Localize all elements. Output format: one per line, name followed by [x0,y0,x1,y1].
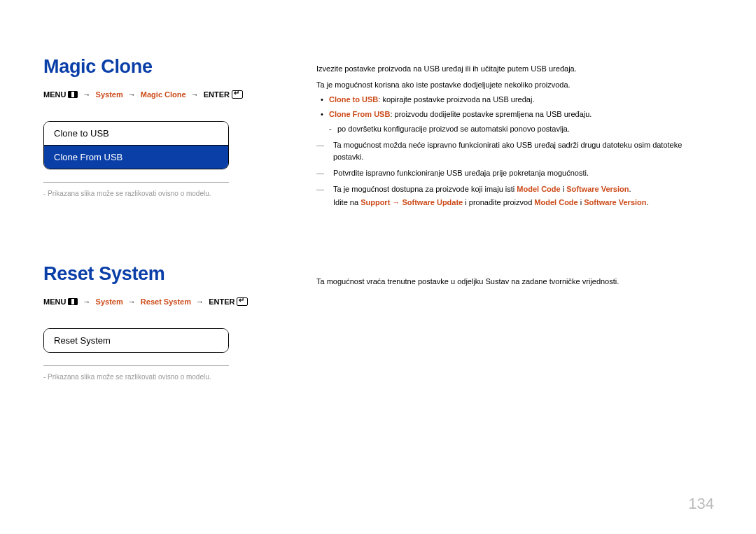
reset-menu-box: Reset System [43,328,229,353]
clone-from-usb-text: : proizvodu dodijelite postavke spremlje… [390,110,592,118]
desc-bullet: Clone From USB: proizvodu dodijelite pos… [316,108,714,120]
nav-leaf-reset: Reset System [141,297,191,306]
arrow-right-icon: → [83,297,91,306]
magic-menu-box: Clone to USB Clone From USB [43,121,229,169]
reset-nav-path: MENU → System → Reset System → ENTER [43,297,281,306]
frag: Idite na [333,198,360,206]
desc-long-dash: Potvrdite ispravno funkcioniranje USB ur… [316,167,714,179]
nav-system: System [96,297,123,306]
frag: Ta je mogućnost dostupna za proizvode ko… [333,185,517,193]
divider [43,365,229,366]
clone-to-usb-text: : kopirajte postavke proizvoda na USB ur… [378,95,534,104]
arrow-right-icon: → [128,297,136,306]
nav-menu-label: MENU [43,297,66,306]
menu-hardkey-icon [68,91,78,98]
desc-line: Ta je mogućnost korisna ako iste postavk… [316,79,714,91]
nav-menu-label: MENU [43,90,66,99]
nav-system: System [96,90,123,99]
desc-line: Ta mogućnost vraća trenutne postavke u o… [316,276,714,288]
menu-item-reset-system[interactable]: Reset System [44,329,228,352]
arrow-right-icon: → [390,198,402,206]
magic-description: Izvezite postavke proizvoda na USB uređa… [316,56,714,209]
reset-footnote: Prikazana slika može se razlikovati ovis… [43,373,281,381]
desc-line: Izvezite postavke proizvoda na USB uređa… [316,63,714,75]
menu-hardkey-icon [68,298,78,305]
frag: i [578,198,584,206]
menu-item-clone-from-usb[interactable]: Clone From USB [44,145,228,169]
divider [43,182,229,183]
desc-long-dash: Ta mogućnost možda neće ispravno funkcio… [316,139,714,163]
enter-hardkey-icon [237,297,248,306]
arrow-right-icon: → [191,90,199,99]
reset-system-title: Reset System [43,263,281,285]
nav-enter-label: ENTER [209,297,234,306]
desc-long-dash: ― Idite na Support → Software Update i p… [316,197,714,209]
page-number: 134 [688,495,714,513]
arrow-right-icon: → [83,90,91,99]
clone-to-usb-label: Clone to USB [329,95,378,104]
desc-long-dash: Ta je mogućnost dostupna za proizvode ko… [316,183,714,195]
magic-nav-path: MENU → System → Magic Clone → ENTER [43,90,281,99]
nav-leaf-magic: Magic Clone [141,90,186,99]
enter-hardkey-icon [232,90,243,99]
frag: . [647,198,649,206]
software-version-label: Software Version [566,185,629,193]
desc-dash: po dovršetku konfiguracije proizvod se a… [316,123,714,135]
software-update-label: Software Update [402,198,463,206]
frag: i [561,185,567,193]
arrow-right-icon: → [196,297,204,306]
menu-item-clone-to-usb[interactable]: Clone to USB [44,122,228,145]
frag: i pronađite proizvod [463,198,534,206]
software-version-label: Software Version [584,198,646,206]
model-code-label: Model Code [517,185,560,193]
frag: . [629,185,631,193]
magic-clone-title: Magic Clone [43,56,281,78]
nav-enter-label: ENTER [204,90,230,99]
support-label: Support [360,198,390,206]
reset-description: Ta mogućnost vraća trenutne postavke u o… [316,263,714,288]
magic-footnote: Prikazana slika može se razlikovati ovis… [43,190,281,197]
clone-from-usb-label: Clone From USB [329,110,390,118]
model-code-label: Model Code [534,198,578,206]
arrow-right-icon: → [128,90,136,99]
desc-bullet: Clone to USB: kopirajte postavke proizvo… [316,94,714,106]
